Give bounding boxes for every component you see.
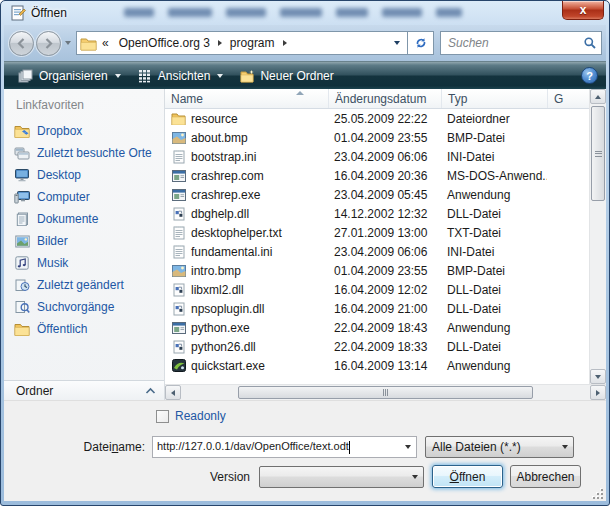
address-dropdown-button[interactable] xyxy=(389,41,405,45)
sidebar-item-label: Zuletzt besuchte Orte xyxy=(37,146,152,160)
table-row[interactable]: fundamental.ini23.04.2009 06:06INI-Datei xyxy=(165,242,589,261)
filetype-select[interactable]: Alle Dateien (*.*) xyxy=(425,436,574,458)
breadcrumb-item-program[interactable]: program xyxy=(224,36,281,50)
sidebar-item-computer[interactable]: Computer xyxy=(4,186,164,208)
chevron-down-icon xyxy=(405,445,411,449)
table-row[interactable]: libxml2.dll16.04.2009 12:02DLL-Datei xyxy=(165,280,589,299)
file-name: fundamental.ini xyxy=(191,245,272,259)
new-folder-button[interactable]: Neuer Ordner xyxy=(231,66,341,86)
column-header-size[interactable]: G xyxy=(547,89,589,108)
filetype-value: Alle Dateien (*.*) xyxy=(426,440,556,454)
sidebar-item-dokumente[interactable]: Dokumente xyxy=(4,208,164,230)
close-button[interactable]: x xyxy=(562,1,604,20)
image-icon xyxy=(171,263,186,278)
search-input[interactable]: Suchen xyxy=(440,31,602,55)
filename-input[interactable]: http://127.0.0.1/dav/OpenOffice/text.odt xyxy=(152,436,417,458)
version-select[interactable] xyxy=(259,466,424,488)
scroll-right-button[interactable] xyxy=(590,385,606,400)
table-row[interactable]: python26.dll22.04.2009 18:33DLL-Datei xyxy=(165,337,589,356)
sidebar-item-suchvorgänge[interactable]: Suchvorgänge xyxy=(4,296,164,318)
forward-button[interactable] xyxy=(36,31,61,56)
sidebar-item-öffentlich[interactable]: Öffentlich xyxy=(4,318,164,340)
list-header: Name Änderungsdatum Typ G xyxy=(165,89,589,109)
vertical-scroll-thumb[interactable] xyxy=(591,106,605,201)
vertical-scrollbar[interactable] xyxy=(589,89,606,384)
filename-dropdown-button[interactable] xyxy=(399,437,416,457)
horizontal-scrollbar[interactable] xyxy=(165,384,606,400)
file-date: 23.04.2009 06:06 xyxy=(328,150,441,164)
file-type: DLL-Datei xyxy=(441,207,547,221)
file-name: resource xyxy=(191,112,238,126)
horizontal-scroll-thumb[interactable] xyxy=(238,386,532,399)
help-button[interactable]: ? xyxy=(581,67,598,84)
breadcrumb-item-root[interactable]: OpenOffice.org 3 xyxy=(113,36,216,50)
chevron-right-icon[interactable] xyxy=(218,40,222,46)
file-name-cell: resource xyxy=(165,111,328,126)
table-row[interactable]: python.exe22.04.2009 18:43Anwendung xyxy=(165,318,589,337)
history-dropdown-icon[interactable] xyxy=(65,41,71,45)
search-icon[interactable] xyxy=(583,36,597,50)
table-row[interactable]: npsoplugin.dll16.04.2009 21:00DLL-Datei xyxy=(165,299,589,318)
table-row[interactable]: bootstrap.ini23.04.2009 06:06INI-Datei xyxy=(165,147,589,166)
breadcrumb[interactable]: « OpenOffice.org 3 program xyxy=(76,31,408,55)
scroll-up-button[interactable] xyxy=(590,89,606,104)
table-row[interactable]: desktophelper.txt27.01.2009 13:00TXT-Dat… xyxy=(165,223,589,242)
sidebar-item-bilder[interactable]: Bilder xyxy=(4,230,164,252)
back-button[interactable] xyxy=(9,31,34,56)
favorites-sidebar: Linkfavoriten DropboxZuletzt besuchte Or… xyxy=(4,89,165,400)
views-button[interactable]: Ansichten xyxy=(129,66,232,86)
table-row[interactable]: crashrep.exe23.04.2009 05:45Anwendung xyxy=(165,185,589,204)
close-icon: x xyxy=(580,3,587,17)
chevron-down-icon xyxy=(394,41,400,45)
help-icon: ? xyxy=(586,70,593,82)
sidebar-item-label: Bilder xyxy=(37,234,68,248)
open-file-dialog: Öffnen x « OpenOffice.org 3 xyxy=(0,0,610,506)
file-name-cell: npsoplugin.dll xyxy=(165,301,328,316)
table-row[interactable]: intro.bmp01.04.2009 23:55BMP-Datei xyxy=(165,261,589,280)
column-header-date[interactable]: Änderungsdatum xyxy=(328,89,441,108)
organize-button[interactable]: Organisieren xyxy=(10,66,129,86)
vertical-scroll-track[interactable] xyxy=(590,104,606,369)
new-folder-label: Neuer Ordner xyxy=(260,69,333,83)
column-header-name[interactable]: Name xyxy=(165,89,328,108)
file-type: BMP-Datei xyxy=(441,264,547,278)
desktop-icon xyxy=(14,167,30,183)
readonly-checkbox[interactable] xyxy=(156,410,169,423)
file-name-cell: libxml2.dll xyxy=(165,282,328,297)
views-icon xyxy=(137,69,153,83)
file-name-cell: quickstart.exe xyxy=(165,358,328,373)
scroll-left-button[interactable] xyxy=(165,385,181,400)
views-label: Ansichten xyxy=(158,69,211,83)
horizontal-scroll-track[interactable] xyxy=(181,385,590,400)
table-row[interactable]: resource25.05.2009 22:22Dateiordner xyxy=(165,109,589,128)
sidebar-item-zuletzt-besuchte-orte[interactable]: Zuletzt besuchte Orte xyxy=(4,142,164,164)
refresh-button[interactable] xyxy=(408,31,434,55)
sidebar-item-dropbox[interactable]: Dropbox xyxy=(4,120,164,142)
app-icon xyxy=(171,168,186,183)
sidebar-item-desktop[interactable]: Desktop xyxy=(4,164,164,186)
open-button[interactable]: Öffnen xyxy=(432,465,503,488)
folder-icon xyxy=(171,111,186,126)
column-header-type[interactable]: Typ xyxy=(441,89,547,108)
table-row[interactable]: quickstart.exe16.04.2009 13:14Anwendung xyxy=(165,356,589,375)
table-row[interactable]: about.bmp01.04.2009 23:55BMP-Datei xyxy=(165,128,589,147)
file-name-cell: intro.bmp xyxy=(165,263,328,278)
resize-grip[interactable] xyxy=(591,487,603,499)
cancel-button[interactable]: Abbrechen xyxy=(510,465,581,488)
table-row[interactable]: crashrep.com16.04.2009 20:36MS-DOS-Anwen… xyxy=(165,166,589,185)
sidebar-item-zuletzt-geändert[interactable]: Zuletzt geändert xyxy=(4,274,164,296)
sidebar-item-musik[interactable]: Musik xyxy=(4,252,164,274)
chevron-right-icon[interactable] xyxy=(283,40,287,46)
file-date: 16.04.2009 21:00 xyxy=(328,302,441,316)
breadcrumb-overflow[interactable]: « xyxy=(102,36,109,50)
version-label: Version xyxy=(4,470,259,484)
table-row[interactable]: dbghelp.dll14.12.2002 12:32DLL-Datei xyxy=(165,204,589,223)
chevron-down-icon xyxy=(556,437,573,457)
refresh-icon xyxy=(414,36,428,50)
scroll-down-button[interactable] xyxy=(590,369,606,384)
title-bar[interactable]: Öffnen x xyxy=(4,1,606,25)
folders-expander[interactable]: Ordner xyxy=(4,380,164,400)
file-name-cell: crashrep.com xyxy=(165,168,328,183)
file-date: 16.04.2009 12:02 xyxy=(328,283,441,297)
file-name: python.exe xyxy=(191,321,250,335)
